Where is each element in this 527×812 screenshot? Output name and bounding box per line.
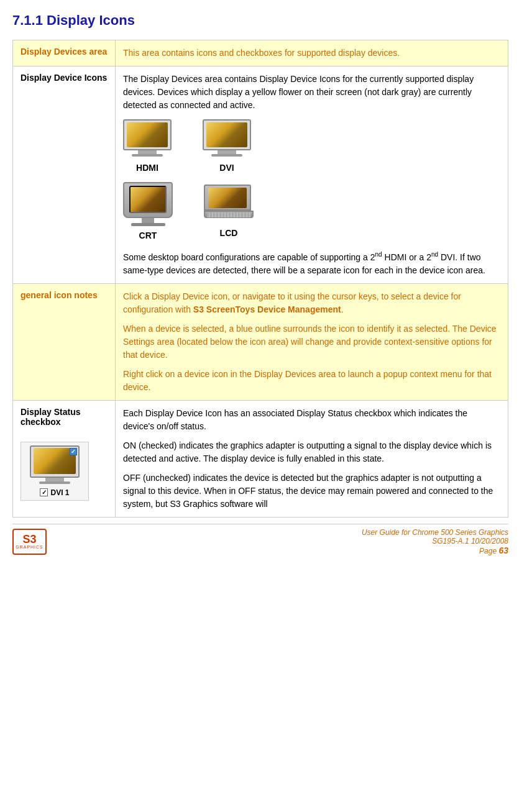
general-notes-p3: Right click on a device icon in the Disp… [123, 368, 500, 394]
display-status-label: Display Status checkbox [21, 407, 108, 427]
footer-logo-area: S3 GRAPHICS [12, 529, 47, 555]
content-display-device-icons: The Display Devices area contains Displa… [116, 66, 508, 284]
dvi-label: DVI [219, 162, 234, 175]
status-icon-widget: ✓ ✓ DVI 1 [21, 442, 89, 501]
status-p1: Each Display Device Icon has an associat… [123, 407, 500, 433]
device-icons-intro: The Display Devices area contains Displa… [123, 73, 500, 112]
status-p3: OFF (unchecked) indicates the device is … [123, 472, 500, 511]
general-notes-p1: Click a Display Device icon, or navigate… [123, 290, 500, 316]
lcd-label: LCD [220, 227, 238, 240]
footer-text-area: User Guide for Chrome 500 Series Graphic… [362, 528, 508, 555]
crt-monitor-icon [123, 182, 173, 227]
icon-item-hdmi: HDMI [123, 119, 172, 175]
footer: S3 GRAPHICS User Guide for Chrome 500 Se… [12, 524, 508, 555]
footer-page-number: 63 [498, 545, 508, 555]
icons-row-2: CRT LCD [123, 182, 500, 242]
icons-row-1: HDMI DVI [123, 119, 500, 175]
footer-page: Page 63 [362, 545, 508, 555]
content-general-icon-notes: Click a Display Device icon, or navigate… [116, 283, 508, 400]
table-row-display-device-icons: Display Device Icons The Display Devices… [13, 66, 508, 284]
lcd-laptop-icon [204, 185, 254, 224]
content-display-status-checkbox: Each Display Device Icon has an associat… [116, 400, 508, 517]
status-checkbox-overlay: ✓ [70, 448, 77, 455]
s3-logo-text: S3 [22, 534, 36, 545]
label-general-icon-notes: general icon notes [13, 283, 116, 400]
dvi-monitor-icon [203, 119, 251, 159]
content-display-devices-area: This area contains icons and checkboxes … [116, 40, 508, 66]
hdmi-monitor-icon [123, 119, 172, 159]
footer-doc-id: SG195-A.1 10/20/2008 [362, 537, 508, 545]
label-display-devices-area: Display Devices area [13, 40, 116, 66]
icon-item-lcd: LCD [204, 185, 254, 240]
bold-s3-screentoys: S3 ScreenToys Device Management [193, 304, 341, 314]
s3-logo-subtext: GRAPHICS [16, 545, 44, 549]
icon-item-dvi: DVI [203, 119, 251, 175]
status-p2: ON (checked) indicates the graphics adap… [123, 439, 500, 465]
status-label-row: ✓ DVI 1 [40, 488, 69, 497]
crt-label: CRT [139, 229, 157, 242]
table-row-display-status-checkbox: Display Status checkbox ✓ [13, 400, 508, 517]
table-row-general-icon-notes: general icon notes Click a Display Devic… [13, 283, 508, 400]
label-display-device-icons: Display Device Icons [13, 66, 116, 284]
device-icons-trailing: Some desktop board configurations are ca… [123, 250, 500, 277]
status-flat-monitor: ✓ [30, 445, 80, 486]
icon-item-crt: CRT [123, 182, 173, 242]
page-title: 7.1.1 Display Icons [12, 12, 508, 29]
general-notes-p2: When a device is selected, a blue outlin… [123, 322, 500, 362]
hdmi-label: HDMI [136, 162, 158, 175]
table-row-display-devices-area: Display Devices area This area contains … [13, 40, 508, 66]
label-display-status-checkbox: Display Status checkbox ✓ [13, 400, 116, 517]
status-checkbox: ✓ [40, 488, 48, 496]
page-container: 7.1.1 Display Icons Display Devices area… [0, 0, 527, 568]
status-dvi-label: DVI 1 [50, 488, 69, 497]
main-table: Display Devices area This area contains … [12, 40, 508, 518]
footer-guide-text: User Guide for Chrome 500 Series Graphic… [362, 528, 508, 537]
s3-logo: S3 GRAPHICS [12, 529, 47, 555]
